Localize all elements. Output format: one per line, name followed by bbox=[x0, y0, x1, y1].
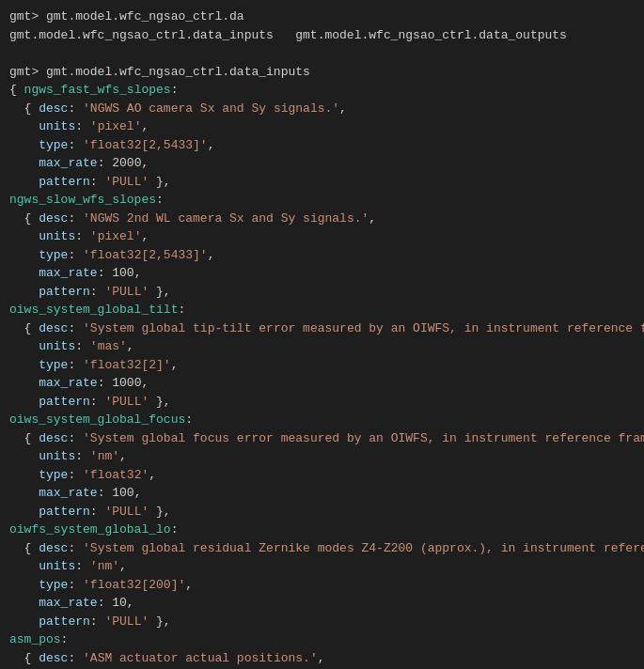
terminal-line: pattern: 'PULL' }, bbox=[9, 173, 635, 192]
line-part: 'ASM actuator actual positions.' bbox=[83, 651, 318, 665]
line-part: gmt.model.wfc_ngsao_ctrl.data_inputs bbox=[46, 65, 310, 79]
terminal-line: units: 'pixel', bbox=[9, 117, 635, 136]
line-part: }, bbox=[149, 395, 170, 409]
terminal-line: pattern: 'PULL' }, bbox=[9, 393, 635, 412]
line-part: , bbox=[141, 229, 149, 243]
line-part: units bbox=[39, 119, 75, 133]
line-part: : bbox=[75, 119, 90, 133]
line-part: max_rate bbox=[39, 486, 97, 500]
line-part: : bbox=[68, 578, 83, 592]
line-part: { bbox=[9, 211, 39, 226]
terminal-line: oiws_system_global_focus: bbox=[9, 411, 635, 429]
line-part bbox=[9, 156, 39, 170]
line-part: : bbox=[185, 412, 193, 427]
line-part: , bbox=[149, 468, 156, 482]
line-part: : bbox=[90, 505, 105, 519]
line-part: 'pixel' bbox=[90, 119, 142, 133]
line-part: : bbox=[75, 229, 90, 243]
line-part: pattern bbox=[39, 175, 90, 189]
line-part: : bbox=[90, 175, 105, 189]
line-part: desc bbox=[39, 541, 68, 555]
line-part: asm_pos bbox=[9, 632, 61, 646]
line-part bbox=[9, 138, 39, 152]
terminal-line: gmt> gmt.model.wfc_ngsao_ctrl.da bbox=[9, 8, 635, 26]
line-part bbox=[9, 486, 39, 500]
line-part: , bbox=[318, 651, 325, 665]
line-part: }, bbox=[149, 175, 170, 189]
line-part: : bbox=[61, 632, 69, 646]
line-part: : bbox=[68, 211, 83, 226]
line-part: { bbox=[9, 541, 39, 555]
line-part: : 10, bbox=[98, 596, 134, 610]
terminal-line: type: 'float32[2,5433]', bbox=[9, 136, 635, 155]
terminal-line: { desc: 'System global tip-tilt error me… bbox=[9, 319, 635, 338]
line-part bbox=[9, 505, 39, 519]
line-part: : bbox=[178, 303, 185, 317]
line-part: : bbox=[68, 358, 83, 372]
line-part bbox=[9, 248, 39, 262]
line-part: , bbox=[369, 211, 376, 226]
line-part: , bbox=[119, 449, 127, 463]
line-part: type bbox=[39, 138, 68, 152]
terminal-line: max_rate: 1000, bbox=[9, 374, 635, 393]
line-part: pattern bbox=[39, 395, 90, 409]
line-part: desc bbox=[39, 321, 68, 335]
line-part bbox=[9, 468, 39, 482]
line-part bbox=[9, 266, 39, 280]
line-part: : bbox=[75, 559, 90, 573]
line-part: : bbox=[68, 248, 83, 262]
line-part bbox=[9, 578, 39, 592]
line-part: : 100, bbox=[98, 266, 142, 280]
line-part: 'PULL' bbox=[104, 395, 149, 409]
terminal-line: units: 'nm', bbox=[9, 557, 635, 576]
line-part: oiws_system_global_focus bbox=[9, 412, 185, 427]
terminal-line: type: 'float32', bbox=[9, 466, 635, 485]
line-part: , bbox=[208, 248, 215, 262]
line-part: 'float32[200]' bbox=[83, 578, 185, 592]
line-part: gmt.model.wfc_ngsao_ctrl.data_outputs bbox=[274, 28, 567, 42]
line-part: 'float32[2]' bbox=[83, 358, 171, 372]
line-part bbox=[9, 119, 39, 133]
line-part: , bbox=[185, 578, 193, 592]
line-part: : 2000, bbox=[98, 156, 149, 170]
line-part: 'nm' bbox=[90, 559, 119, 573]
line-part: max_rate bbox=[39, 266, 97, 280]
line-part: }, bbox=[149, 505, 170, 519]
line-part: , bbox=[208, 138, 215, 152]
terminal-line: type: 'float32[200]', bbox=[9, 576, 635, 595]
line-part bbox=[9, 596, 39, 610]
line-part: desc bbox=[39, 211, 68, 226]
terminal-line: type: 'float32[2]', bbox=[9, 356, 635, 375]
terminal-line: { desc: 'NGWS AO camera Sx and Sy signal… bbox=[9, 100, 635, 118]
line-part: { bbox=[9, 321, 39, 335]
line-part: : 100, bbox=[98, 486, 142, 500]
line-part: { bbox=[9, 431, 39, 445]
line-part: 'PULL' bbox=[104, 175, 149, 189]
line-part: pattern bbox=[39, 285, 90, 299]
line-part: 'PULL' bbox=[104, 505, 149, 519]
line-part: 'nm' bbox=[90, 449, 119, 463]
line-part bbox=[9, 229, 39, 243]
line-part: desc bbox=[39, 101, 68, 116]
line-part: : bbox=[68, 541, 83, 555]
line-part: units bbox=[39, 339, 75, 353]
line-part bbox=[9, 358, 39, 372]
line-part: : 1000, bbox=[98, 376, 149, 390]
line-part: 'System global residual Zernike modes Z4… bbox=[83, 541, 644, 555]
line-part: : bbox=[68, 138, 83, 152]
terminal-line: { ngws_fast_wfs_slopes: bbox=[9, 81, 635, 100]
terminal-line: units: 'pixel', bbox=[9, 227, 635, 246]
line-part: gmt> bbox=[9, 9, 46, 23]
line-part: , bbox=[339, 101, 347, 116]
line-part: 'mas' bbox=[90, 339, 127, 353]
line-part: : bbox=[68, 651, 83, 665]
line-part: units bbox=[39, 449, 75, 463]
line-part: : bbox=[75, 339, 90, 353]
line-part bbox=[9, 339, 39, 353]
terminal-line: max_rate: 100, bbox=[9, 484, 635, 503]
line-part: , bbox=[171, 358, 179, 372]
line-part: : bbox=[68, 101, 83, 116]
line-part: type bbox=[39, 358, 68, 372]
line-part: : bbox=[90, 395, 105, 409]
line-part: : bbox=[156, 193, 164, 207]
